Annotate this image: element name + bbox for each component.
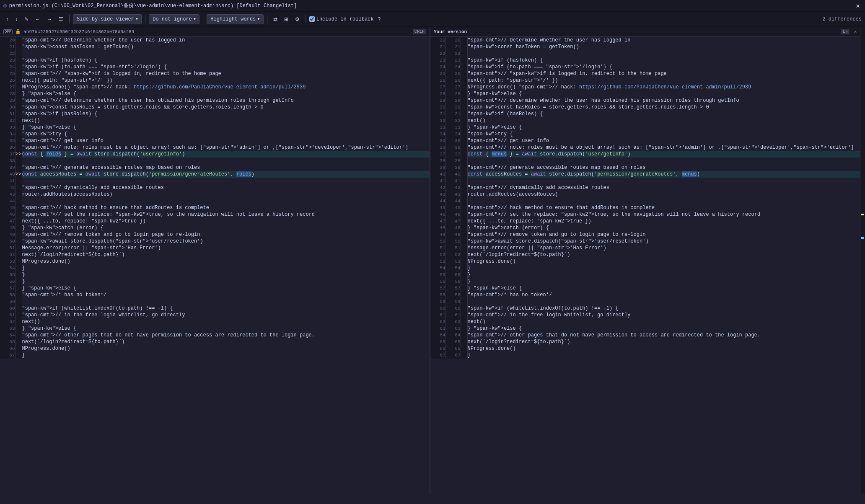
edit-button[interactable]: ✎ (22, 14, 31, 24)
right-line-number-left: 54 (430, 265, 445, 271)
right-diff-marker (461, 245, 467, 251)
highlight-dropdown[interactable]: Highlight words ▼ (207, 14, 263, 24)
forward-button[interactable]: → (44, 14, 54, 24)
left-line-number: 63 (0, 325, 15, 332)
right-diff-marker (461, 44, 467, 50)
right-line-number: 24 (445, 64, 461, 70)
filter-icon-button[interactable]: ⇄ (271, 14, 280, 24)
left-code-cell: next(`/login?redirect=${to.path}`) (22, 251, 430, 258)
left-code-cell: next() (22, 318, 430, 325)
right-diff-marker (461, 251, 467, 258)
left-code-cell: next({ ...to, replace: "span-kw2">true }… (22, 218, 430, 225)
right-line-number: 52 (445, 251, 461, 258)
left-code-cell (22, 50, 430, 57)
left-diff-marker (15, 231, 22, 238)
right-line-number: 34 (445, 131, 461, 137)
grid-icon-button[interactable]: ⊞ (282, 14, 291, 24)
right-diff-marker (461, 218, 467, 225)
toolbar: ↑ ↓ ✎ ← → ☰ Side-by-side viewer ▼ Do not… (0, 12, 865, 27)
right-code-area[interactable]: 2020"span-cmt">// Determine whether the … (430, 37, 860, 494)
separator-5 (306, 15, 306, 23)
left-diff-marker (15, 104, 22, 111)
left-diff-marker (15, 352, 22, 359)
left-diff-marker (15, 332, 22, 339)
down-button[interactable]: ↓ (13, 14, 20, 24)
right-line-number-left: 59 (430, 298, 445, 305)
right-diff-marker (461, 345, 467, 352)
right-line-number: 39 (445, 164, 461, 171)
left-diff-marker (15, 198, 22, 204)
left-diff-marker (15, 225, 22, 231)
right-line-number-left: 40 (430, 171, 445, 178)
right-line-number: 30 (445, 104, 461, 111)
right-line-number-left: 56 (430, 278, 445, 285)
right-line-number: 22 (445, 50, 461, 57)
right-diff-marker (461, 305, 467, 312)
right-line-number-left: 55 (430, 271, 445, 278)
separator-2 (145, 15, 145, 23)
right-scrollbar-track[interactable] (860, 27, 865, 494)
left-line-number: 39 (0, 164, 15, 171)
left-code-cell: "span-cmt">// determine whether the user… (22, 97, 430, 104)
left-diff-marker (15, 191, 22, 198)
left-code-cell: "span-cmt">// dynamically add accessible… (22, 184, 430, 191)
right-code-cell: } "span-kw">else { (467, 124, 860, 131)
include-rollback-label[interactable]: Include in rollback (309, 16, 374, 22)
left-diff-marker (15, 44, 22, 50)
right-code-cell (467, 178, 860, 184)
right-diff-marker (461, 231, 467, 238)
right-line-number: 41 (445, 178, 461, 184)
right-code-cell: "span-cmt">// in the free login whitelis… (467, 312, 860, 318)
left-code-cell: } (22, 265, 430, 271)
right-diff-marker (461, 312, 467, 318)
back-button[interactable]: ← (33, 14, 43, 24)
left-code-area[interactable]: 20"span-cmt">// Determine whether the us… (0, 37, 430, 494)
right-code-cell: next() (467, 318, 860, 325)
left-line-number: 64 (0, 332, 15, 339)
right-line-number: 50 (445, 238, 461, 245)
right-line-number: 55 (445, 271, 461, 278)
right-line-number: 32 (445, 117, 461, 124)
left-code-cell: } (22, 352, 430, 359)
left-diff-marker (15, 278, 22, 285)
close-icon[interactable]: ✕ (854, 2, 862, 10)
left-code-cell: next({ path: "span-str">'/' }) (22, 77, 430, 84)
left-code-cell: } "span-kw">else { (22, 124, 430, 131)
up-button[interactable]: ↑ (3, 14, 11, 24)
right-code-cell: "span-cmt">/* has no token*/ (467, 292, 860, 298)
left-encoding-badge: CRLF (413, 29, 426, 34)
left-diff-marker (15, 265, 22, 271)
left-code-cell (22, 198, 430, 204)
ignore-dropdown[interactable]: Do not ignore ▼ (149, 14, 199, 24)
right-code-cell: next({ ...to, replace: "span-kw2">true }… (467, 218, 860, 225)
left-code-cell: const { roles } = await store.dispatch('… (22, 151, 430, 158)
right-line-number: 53 (445, 258, 461, 265)
viewer-dropdown[interactable]: Side-by-side viewer ▼ (73, 14, 142, 24)
right-code-cell: "span-cmt">// "span-kw">if is logged in,… (467, 70, 860, 77)
viewer-label: Side-by-side viewer (77, 16, 134, 22)
right-code-cell: "span-kw">await store.dispatch("span-str… (467, 238, 860, 245)
lock-icon: 🔒 (15, 29, 21, 34)
viewer-chevron-icon: ▼ (136, 17, 138, 21)
left-line-number: 35 (0, 137, 15, 144)
right-diff-marker (461, 124, 467, 131)
left-diff-marker (15, 37, 22, 44)
right-diff-marker (461, 97, 467, 104)
right-code-cell: "span-kw">if (hasToken) { (467, 57, 860, 64)
menu-button[interactable]: ☰ (56, 14, 66, 24)
include-rollback-text: Include in rollback (316, 16, 374, 22)
right-line-number-left: 24 (430, 64, 445, 70)
right-code-cell (467, 298, 860, 305)
include-rollback-checkbox[interactable] (309, 16, 315, 22)
right-line-number: 44 (445, 198, 461, 204)
help-button[interactable]: ? (376, 14, 383, 24)
right-diff-marker (461, 104, 467, 111)
right-diff-marker (461, 298, 467, 305)
left-code-cell (22, 298, 430, 305)
right-line-number: 35 (445, 137, 461, 144)
right-line-number-left: 63 (430, 325, 445, 332)
settings-icon-button[interactable]: ⚙ (293, 14, 302, 24)
right-diff-marker (461, 144, 467, 151)
right-line-number: 45 (445, 204, 461, 211)
left-line-number: 40 (0, 171, 15, 178)
